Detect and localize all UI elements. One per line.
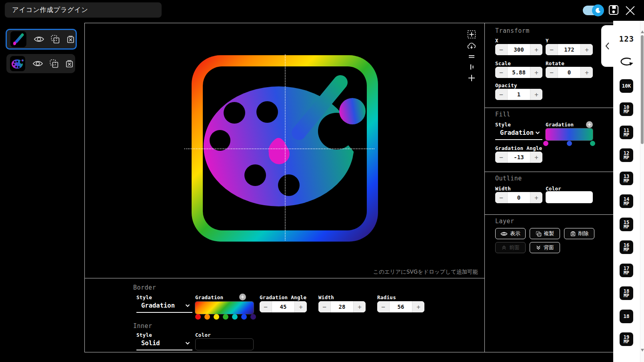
add-crosshair-icon[interactable] — [467, 74, 476, 82]
save-button[interactable] — [608, 4, 620, 16]
resolution-badge-10mp[interactable]: 10MP — [620, 102, 633, 116]
visibility-eye-icon[interactable] — [32, 60, 43, 68]
resolution-badge-10k[interactable]: 10K — [620, 79, 633, 93]
rotate-arrow-icon[interactable] — [613, 57, 640, 67]
minus-button[interactable]: − — [318, 301, 331, 312]
layer-delete-button[interactable]: 削除 — [564, 228, 594, 239]
duplicate-icon — [536, 231, 542, 237]
scroll-down-arrow[interactable] — [641, 349, 644, 352]
scale-stepper: − 5.88 + — [495, 67, 542, 78]
value-field[interactable]: 0 — [508, 192, 530, 203]
gradient-stop-dot[interactable] — [232, 314, 238, 320]
plus-button[interactable]: + — [530, 152, 542, 163]
minus-button[interactable]: − — [260, 301, 272, 312]
gradient-stop-dot[interactable] — [567, 141, 572, 146]
resolution-item-123[interactable]: 123 — [613, 34, 640, 43]
plus-button[interactable]: + — [530, 44, 542, 55]
value-field[interactable]: 28 — [331, 301, 353, 312]
strip-scrollbar[interactable] — [640, 21, 644, 362]
y-label: Y — [546, 38, 549, 44]
resolution-badge-18[interactable]: 18 — [620, 310, 633, 323]
layer-duplicate-button[interactable]: 複製 — [530, 228, 560, 239]
fill-style-select[interactable]: Gradation — [495, 128, 542, 140]
resolution-badge-13mp[interactable]: 13MP — [620, 172, 633, 185]
plus-button[interactable]: + — [412, 301, 424, 312]
cloud-download-icon[interactable] — [467, 42, 476, 50]
value-field[interactable]: 172 — [558, 44, 580, 55]
minus-button[interactable]: − — [546, 67, 558, 78]
gradient-stop-dot[interactable] — [241, 314, 247, 320]
horizontal-lines-icon[interactable] — [467, 53, 476, 60]
bounding-box-icon[interactable] — [467, 30, 476, 39]
plus-button[interactable]: + — [530, 67, 542, 78]
fill-gradient-bar[interactable] — [546, 128, 593, 140]
add-gradient-stop-button[interactable] — [239, 294, 246, 300]
minus-button[interactable]: − — [546, 44, 558, 55]
minus-button[interactable]: − — [495, 44, 508, 55]
moon-icon — [594, 7, 602, 14]
resolution-badge-18mp[interactable]: 18MP — [620, 286, 633, 300]
minus-button[interactable]: − — [377, 301, 390, 312]
plus-button[interactable]: + — [294, 301, 307, 312]
scroll-up-arrow[interactable] — [641, 30, 644, 33]
resolution-badge-14mp[interactable]: 14MP — [620, 194, 633, 208]
plus-button[interactable]: + — [353, 301, 366, 312]
dark-mode-toggle[interactable] — [583, 6, 604, 15]
inner-style-select[interactable]: Solid — [136, 338, 192, 350]
resolution-badge-15mp[interactable]: 15MP — [620, 218, 633, 231]
add-gradient-stop-button[interactable] — [586, 121, 593, 128]
panel-collapse-tab[interactable] — [601, 25, 614, 67]
value-field[interactable]: 5.88 — [508, 67, 530, 78]
gradient-stop-dot[interactable] — [214, 314, 219, 320]
canvas-area[interactable]: このエリアにSVGをドロップして追加可能 — [84, 23, 484, 278]
resolution-badge-19mp[interactable]: 19MP — [620, 332, 633, 346]
resolution-badge-16mp[interactable]: 16MP — [620, 240, 633, 254]
gradient-stop-dot[interactable] — [195, 314, 201, 320]
resolution-badge-17mp[interactable]: 17MP — [620, 264, 633, 277]
layer-item-brush[interactable] — [6, 29, 77, 50]
duplicate-icon[interactable] — [49, 59, 59, 68]
plus-button[interactable]: + — [580, 44, 593, 55]
value-field[interactable]: 56 — [390, 301, 412, 312]
plus-button[interactable]: + — [530, 192, 542, 203]
gradient-stop-dot[interactable] — [543, 141, 548, 146]
minus-button[interactable]: − — [495, 89, 508, 100]
vertical-guide-line — [285, 54, 286, 240]
value-field[interactable]: 45 — [272, 301, 294, 312]
value-field[interactable]: 300 — [508, 44, 530, 55]
layer-front-button[interactable]: 前面 — [495, 242, 526, 253]
visibility-eye-icon[interactable] — [34, 35, 44, 43]
properties-panel: Transform X − 300 + Y − 172 + Scale − 5.… — [484, 23, 613, 352]
gradient-stop-dot[interactable] — [250, 314, 256, 320]
inner-color-swatch[interactable] — [195, 338, 254, 350]
gradient-stop-dot[interactable] — [204, 314, 210, 320]
delete-icon[interactable] — [66, 35, 75, 44]
border-style-select[interactable]: Gradation — [136, 301, 192, 313]
delete-icon[interactable] — [65, 59, 74, 68]
minus-button[interactable]: − — [495, 152, 508, 163]
border-width-stepper: − 28 + — [318, 301, 366, 312]
close-button[interactable] — [624, 4, 636, 16]
outline-color-swatch[interactable] — [546, 191, 593, 203]
value-field[interactable]: -13 — [508, 152, 530, 163]
value-field[interactable]: 1 — [508, 89, 530, 100]
plus-button[interactable]: + — [580, 67, 593, 78]
layer-back-button[interactable]: 背面 — [530, 242, 560, 253]
resolution-badge-12mp[interactable]: 12MP — [620, 148, 633, 162]
duplicate-icon[interactable] — [50, 34, 60, 44]
minus-button[interactable]: − — [495, 67, 508, 78]
fill-gradation-label: Gradation — [546, 122, 574, 128]
value-field[interactable]: 0 — [558, 67, 580, 78]
minus-button[interactable]: − — [495, 192, 508, 203]
resolution-badge-11mp[interactable]: 11MP — [620, 126, 633, 139]
vertical-bars-icon[interactable] — [467, 63, 476, 71]
plugin-title[interactable]: アイコン作成プラグイン — [5, 2, 162, 18]
gradient-stop-dot[interactable] — [223, 314, 228, 320]
scrollbar-thumb[interactable] — [641, 35, 644, 144]
layer-item-palette[interactable] — [6, 54, 75, 73]
gradient-stop-dot[interactable] — [590, 141, 595, 146]
border-gradient-bar[interactable] — [195, 302, 254, 314]
plus-button[interactable]: + — [530, 89, 542, 100]
layer-show-button[interactable]: 表示 — [495, 228, 526, 239]
section-divider — [485, 172, 613, 172]
